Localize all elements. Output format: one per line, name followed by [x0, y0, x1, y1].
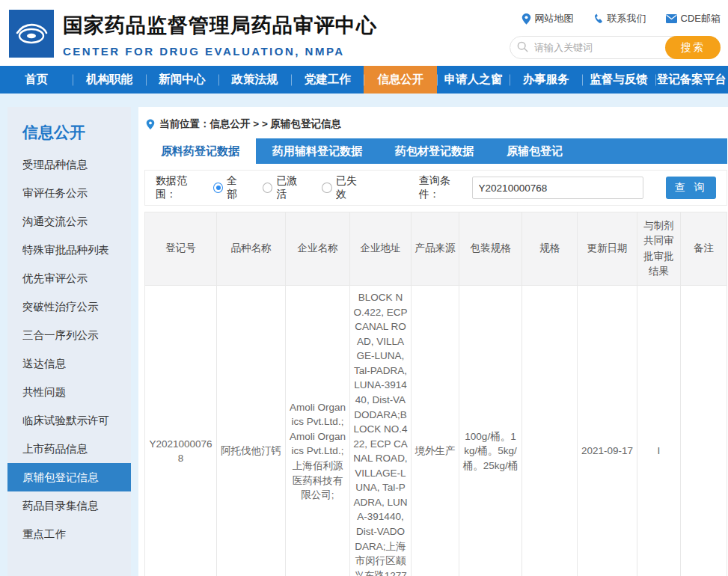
col-company-address: 企业地址	[350, 212, 412, 286]
tab-bar: 原料药登记数据 药用辅料登记数据 药包材登记数据 原辅包登记	[144, 138, 727, 164]
main-nav: 首页 机构职能 新闻中心 政策法规 党建工作 信息公开 申请人之窗 办事服务 监…	[0, 66, 728, 94]
search-icon	[517, 41, 528, 52]
nav-item-party[interactable]: 党建工作	[291, 66, 364, 94]
nav-item-registration-platform[interactable]: 登记备案平台	[655, 66, 728, 94]
sidebar-item-special-approval[interactable]: 特殊审批品种列表	[7, 236, 131, 264]
radio-activated[interactable]: 已激活	[263, 174, 305, 201]
brand: 国家药品监督管理局药品审评中心 CENTER FOR DRUG EVALUATI…	[9, 7, 377, 60]
col-remarks: 备注	[681, 212, 727, 286]
col-company-name: 企业名称	[286, 212, 350, 286]
query-input[interactable]	[472, 177, 644, 199]
main-panel: 当前位置：信息公开 > > 原辅包登记信息 原料药登记数据 药用辅料登记数据 药…	[138, 107, 728, 576]
contact-label: 联系我们	[608, 12, 646, 25]
sidebar-item-common-issues[interactable]: 共性问题	[7, 378, 131, 406]
cell-company-address: BLOCK NO.422, ECP CANAL ROAD, VILLAGE-LU…	[350, 286, 412, 576]
contact-link[interactable]: 联系我们	[593, 12, 646, 25]
sitemap-label: 网站地图	[535, 12, 574, 25]
scope-radio-group: 全部 已激活 已失效	[213, 174, 365, 201]
site-header: 国家药品监督管理局药品审评中心 CENTER FOR DRUG EVALUATI…	[0, 0, 728, 66]
query-button[interactable]: 查 询	[666, 177, 716, 199]
col-joint-review-result: 与制剂共同审批审批结果	[637, 212, 681, 286]
scope-label: 数据范围：	[156, 174, 206, 201]
nav-item-org[interactable]: 机构职能	[73, 66, 145, 94]
cell-variety-name: 阿托伐他汀钙	[217, 286, 286, 576]
quick-links: 网站地图 联系我们 CDE邮箱	[521, 12, 721, 25]
cell-spec	[522, 286, 578, 576]
sidebar-item-priority-review[interactable]: 优先审评公示	[7, 264, 131, 292]
site-title: 国家药品监督管理局药品审评中心	[63, 12, 377, 39]
radio-expired-dot-icon	[322, 183, 331, 193]
location-pin-icon	[521, 13, 531, 25]
cell-packaging-spec: 100g/桶。1kg/桶。5kg/桶。25kg/桶	[459, 286, 522, 576]
sitemap-link[interactable]: 网站地图	[521, 12, 574, 25]
nav-item-applicant[interactable]: 申请人之窗	[437, 66, 510, 94]
nav-item-supervision[interactable]: 监督与反馈	[582, 66, 655, 94]
tab-raw-aux-pack[interactable]: 原辅包登记	[490, 138, 579, 164]
sidebar-item-key-work[interactable]: 重点工作	[7, 520, 131, 548]
cell-joint-review-result: I	[637, 286, 681, 576]
tab-packaging-registration[interactable]: 药包材登记数据	[379, 138, 490, 164]
col-registration-no: 登记号	[145, 212, 217, 286]
site-subtitle: CENTER FOR DRUG EVALUATION, NMPA	[63, 45, 377, 58]
col-packaging-spec: 包装规格	[459, 212, 522, 286]
col-variety-name: 品种名称	[217, 212, 286, 286]
cell-update-date: 2021-09-17	[578, 286, 637, 576]
sidebar-item-review-tasks[interactable]: 审评任务公示	[7, 179, 131, 207]
sidebar-item-marketed-drugs[interactable]: 上市药品信息	[7, 435, 131, 463]
radio-all[interactable]: 全部	[213, 174, 246, 201]
sidebar-item-communication[interactable]: 沟通交流公示	[7, 207, 131, 236]
sidebar-item-delivery-info[interactable]: 送达信息	[7, 349, 131, 378]
sidebar-item-breakthrough-therapy[interactable]: 突破性治疗公示	[7, 292, 131, 321]
header-right: 网站地图 联系我们 CDE邮箱 搜索	[505, 7, 721, 60]
nav-item-news[interactable]: 新闻中心	[146, 66, 218, 94]
col-update-date: 更新日期	[578, 212, 637, 286]
sidebar-item-three-in-one[interactable]: 三合一序列公示	[7, 321, 131, 349]
filter-row: 数据范围： 全部 已激活 已失效 查询条件： 查 询	[144, 170, 727, 206]
sidebar-item-accepted-varieties[interactable]: 受理品种信息	[7, 150, 131, 179]
cell-company-name: Amoli Organics Pvt.Ltd.;Amoli Organics P…	[286, 286, 350, 576]
radio-expired[interactable]: 已失效	[322, 174, 364, 201]
table-row: Y20210000768 阿托伐他汀钙 Amoli Organics Pvt.L…	[145, 286, 727, 576]
radio-all-dot-icon	[213, 183, 223, 193]
col-spec: 规格	[522, 212, 578, 286]
sidebar-item-clinical-trial[interactable]: 临床试验默示许可	[7, 406, 131, 435]
mail-link[interactable]: CDE邮箱	[666, 12, 721, 25]
content-area: 信息公开 受理品种信息 审评任务公示 沟通交流公示 特殊审批品种列表 优先审评公…	[0, 94, 728, 576]
sidebar-item-drug-catalog[interactable]: 药品目录集信息	[7, 491, 131, 520]
radio-expired-label: 已失效	[336, 174, 365, 201]
site-search: 搜索	[510, 36, 721, 59]
radio-activated-label: 已激活	[276, 174, 305, 201]
cell-remarks	[681, 286, 727, 576]
breadcrumb-text: 当前位置：信息公开 > > 原辅包登记信息	[159, 117, 341, 131]
tab-excipient-registration[interactable]: 药用辅料登记数据	[256, 138, 379, 164]
cell-product-source: 境外生产	[412, 286, 459, 576]
col-product-source: 产品来源	[412, 212, 459, 286]
brand-text: 国家药品监督管理局药品审评中心 CENTER FOR DRUG EVALUATI…	[63, 7, 377, 58]
nav-item-services[interactable]: 办事服务	[510, 66, 582, 94]
registration-table: 登记号 品种名称 企业名称 企业地址 产品来源 包装规格 规格 更新日期 与制剂…	[144, 212, 727, 576]
table-header-row: 登记号 品种名称 企业名称 企业地址 产品来源 包装规格 规格 更新日期 与制剂…	[145, 212, 727, 286]
sidebar: 信息公开 受理品种信息 审评任务公示 沟通交流公示 特殊审批品种列表 优先审评公…	[7, 107, 131, 576]
sidebar-item-raw-material-registration[interactable]: 原辅包登记信息	[7, 463, 131, 491]
nav-item-home[interactable]: 首页	[0, 66, 73, 94]
phone-icon	[593, 13, 604, 24]
nav-item-info-disclosure[interactable]: 信息公开	[364, 66, 436, 94]
breadcrumb: 当前位置：信息公开 > > 原辅包登记信息	[144, 113, 727, 138]
mail-icon	[666, 14, 677, 23]
breadcrumb-pin-icon	[146, 119, 155, 130]
tab-api-registration[interactable]: 原料药登记数据	[144, 138, 256, 164]
nav-item-policy[interactable]: 政策法规	[218, 66, 291, 94]
query-label: 查询条件：	[419, 174, 469, 201]
radio-all-label: 全部	[227, 174, 246, 201]
cde-logo-icon	[14, 16, 49, 51]
cell-registration-no: Y20210000768	[145, 286, 217, 576]
search-button[interactable]: 搜索	[665, 36, 721, 59]
mail-label: CDE邮箱	[681, 12, 721, 25]
cde-logo	[9, 10, 54, 58]
sidebar-title: 信息公开	[7, 116, 131, 150]
radio-activated-dot-icon	[263, 183, 272, 193]
